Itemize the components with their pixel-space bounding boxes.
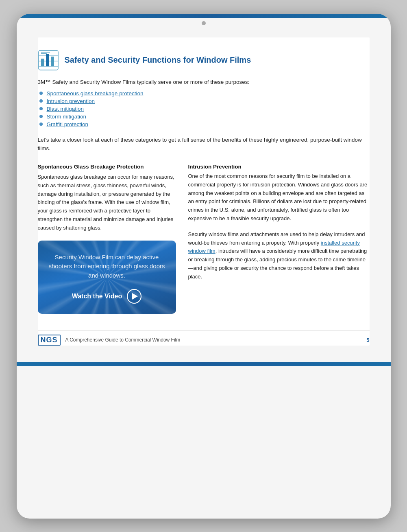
bullet-dot	[39, 92, 43, 95]
closing-text: Let's take a closer look at each of thes…	[38, 136, 370, 153]
footer-left: NGS A Comprehensive Guide to Commercial …	[38, 335, 181, 346]
page-footer: NGS A Comprehensive Guide to Commercial …	[38, 330, 370, 346]
left-section-title: Spontaneous Glass Breakage Protection	[38, 164, 176, 170]
svg-rect-5	[46, 54, 49, 66]
bullet-link-4[interactable]: Storm mitigation	[47, 114, 87, 120]
page-title: Safety and Security Functions for Window…	[65, 55, 251, 65]
bullet-dot	[39, 99, 43, 103]
list-item: Spontaneous glass breakage protection	[39, 90, 370, 96]
page-content: Safety and Security Functions for Window…	[38, 37, 370, 346]
list-item: Intrusion prevention	[39, 98, 370, 104]
bullet-link-3[interactable]: Blast mitigation	[47, 106, 84, 112]
svg-rect-4	[41, 59, 44, 66]
list-item: Blast mitigation	[39, 106, 370, 112]
list-item: Storm mitigation	[39, 114, 370, 120]
bullet-link-1[interactable]: Spontaneous glass breakage protection	[47, 90, 144, 96]
footer-description: A Comprehensive Guide to Commercial Wind…	[65, 337, 181, 343]
header-row: Safety and Security Functions for Window…	[38, 37, 370, 71]
two-column-layout: Spontaneous Glass Breakage Protection Sp…	[38, 164, 370, 314]
camera-notch	[202, 21, 206, 25]
footer-page-number: 5	[366, 337, 369, 343]
watch-video-row[interactable]: Watch the Video	[72, 289, 142, 304]
bullet-list: Spontaneous glass breakage protection In…	[38, 90, 370, 127]
video-box: Security Window Film can delay active sh…	[38, 241, 176, 314]
bullet-dot	[39, 107, 43, 110]
intro-text: 3M™ Safety and Security Window Films typ…	[38, 78, 370, 86]
watch-video-label[interactable]: Watch the Video	[72, 293, 122, 300]
video-box-text: Security Window Film can delay active sh…	[48, 253, 166, 280]
play-button[interactable]	[127, 289, 141, 304]
play-icon	[132, 293, 138, 300]
right-section-title: Intrusion Prevention	[188, 164, 370, 170]
bullet-link-2[interactable]: Intrusion prevention	[47, 98, 95, 104]
bullet-dot	[39, 123, 43, 126]
bullet-link-5[interactable]: Graffiti protection	[47, 121, 89, 127]
right-body-text-1: One of the most common reasons for secur…	[188, 172, 370, 223]
bullet-dot	[39, 115, 43, 118]
bar-chart-icon	[38, 50, 59, 71]
left-column: Spontaneous Glass Breakage Protection Sp…	[38, 164, 176, 314]
tablet-frame: Safety and Security Functions for Window…	[17, 14, 391, 519]
list-item: Graffiti protection	[39, 121, 370, 127]
left-body-text: Spontaneous glass breakage can occur for…	[38, 173, 176, 232]
ngs-logo: NGS	[38, 335, 61, 346]
svg-rect-6	[51, 57, 54, 66]
right-column: Intrusion Prevention One of the most com…	[188, 164, 370, 314]
top-bar	[17, 14, 391, 18]
bottom-bar	[17, 362, 391, 366]
right-body-text-2: Security window films and attachments ar…	[188, 230, 370, 281]
